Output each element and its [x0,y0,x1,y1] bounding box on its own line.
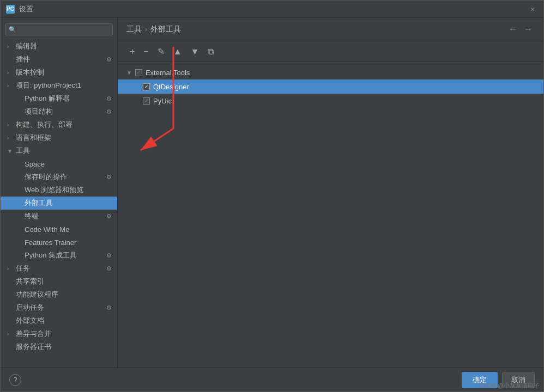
main-content: 🔍 ›编辑器插件⚙›版本控制›项目: pythonProject1Python … [1,18,543,367]
sidebar-item-project-structure[interactable]: 项目结构⚙ [1,105,117,118]
title-bar: PC 设置 × [1,1,543,18]
sidebar-item-label: 共享索引 [16,277,44,286]
sidebar-item-external-tools[interactable]: 外部工具 [1,197,117,210]
sidebar-item-save-actions[interactable]: 保存时的操作⚙ [1,170,117,183]
chevron-icon: › [7,70,14,76]
sidebar-item-label: Space [25,160,45,168]
settings-icon: ⚙ [106,56,112,63]
search-input[interactable] [19,26,109,33]
sidebar-item-label: Web 浏览器和预览 [25,185,83,195]
sidebar-item-shared-index[interactable]: 共享索引 [1,275,117,288]
sidebar-item-label: Python 集成工具 [25,250,77,260]
add-tool-button[interactable]: + [126,45,138,58]
title-bar-controls: × [527,4,538,15]
remove-tool-button[interactable]: − [140,45,152,58]
sidebar-item-label: 保存时的操作 [25,172,67,182]
tree-item-pyuic[interactable]: ✓ PyUic [118,94,543,108]
sidebar-item-label: 任务 [16,264,30,273]
settings-icon: ⚙ [106,265,112,272]
sidebar-item-server-cert[interactable]: 服务器证书 [1,340,117,353]
bottom-bar: ? 确定 取消 [1,367,543,391]
chevron-icon: ▼ [7,148,14,154]
settings-icon: ⚙ [106,95,112,102]
sidebar-item-label: Code With Me [25,225,69,234]
close-button[interactable]: × [527,4,538,15]
chevron-icon: › [7,44,14,50]
tree-root-chevron: ▼ [126,70,132,76]
sidebar-item-label: 工具 [16,146,30,156]
sidebar-item-plugins[interactable]: 插件⚙ [1,53,117,66]
sidebar: 🔍 ›编辑器插件⚙›版本控制›项目: pythonProject1Python … [1,18,118,367]
dialog-title: 设置 [19,4,527,14]
tree-root-label: External Tools [146,69,190,77]
sidebar-item-label: 启动任务 [16,303,44,313]
help-button[interactable]: ? [9,374,21,386]
breadcrumb: 工具 › 外部工具 ← → [118,18,543,41]
sidebar-item-space[interactable]: Space [1,157,117,170]
tree-qtdesigner-checkbox[interactable]: ✓ [143,83,150,90]
settings-icon: ⚙ [106,174,112,181]
move-up-button[interactable]: ▲ [170,45,185,58]
sidebar-item-diff-merge[interactable]: ›差异与合并 [1,327,117,340]
sidebar-item-external-docs[interactable]: 外部文档 [1,314,117,327]
chevron-icon: › [7,83,14,89]
breadcrumb-current: 外部工具 [150,24,181,34]
breadcrumb-sep: › [145,26,147,33]
tree-pyuic-label: PyUic [153,97,172,105]
sidebar-item-label: Features Trainer [25,238,76,247]
tree-root-item[interactable]: ▼ ✓ External Tools [118,65,543,79]
sidebar-items-container: ›编辑器插件⚙›版本控制›项目: pythonProject1Python 解释… [1,40,117,353]
watermark: CSDN @小灰灰搞电子 [479,382,540,390]
nav-forward-button[interactable]: → [522,23,535,35]
nav-back-button[interactable]: ← [506,23,519,35]
app-icon: PC [6,5,15,14]
settings-icon: ⚙ [106,304,112,311]
sidebar-item-label: Python 解释器 [25,94,70,103]
settings-icon: ⚙ [106,108,112,115]
sidebar-item-label: 终端 [25,211,39,221]
breadcrumb-nav: ← → [506,23,535,35]
sidebar-item-label: 外部工具 [25,198,53,208]
toolbar: + − ✎ ▲ ▼ ⧉ [118,41,543,62]
sidebar-item-startup-tasks[interactable]: 启动任务⚙ [1,301,117,314]
sidebar-item-tasks[interactable]: ›任务⚙ [1,262,117,275]
breadcrumb-parent: 工具 [126,24,142,34]
sidebar-item-label: 项目: pythonProject1 [16,81,81,90]
sidebar-item-label: 功能建议程序 [16,290,58,299]
sidebar-item-label: 项目结构 [25,107,53,117]
tree-area: ▼ ✓ External Tools ✓ QtDesigner ✓ PyUic [118,62,543,367]
settings-icon: ⚙ [106,252,112,259]
tree-root-checkbox[interactable]: ✓ [135,69,142,76]
sidebar-item-label: 编辑器 [16,41,37,51]
sidebar-item-build-exec[interactable]: ›构建、执行、部署 [1,118,117,131]
sidebar-item-lang-framework[interactable]: ›语言和框架 [1,131,117,144]
sidebar-item-vcs[interactable]: ›版本控制 [1,66,117,79]
sidebar-item-label: 语言和框架 [16,133,51,143]
sidebar-item-python-int-tools[interactable]: Python 集成工具⚙ [1,249,117,262]
chevron-icon: › [7,331,14,337]
sidebar-item-project[interactable]: ›项目: pythonProject1 [1,79,117,92]
edit-tool-button[interactable]: ✎ [154,45,168,58]
sidebar-item-label: 插件 [16,54,30,64]
tree-qtdesigner-label: QtDesigner [153,83,189,91]
sidebar-item-label: 差异与合并 [16,329,51,339]
sidebar-item-python-interpreter[interactable]: Python 解释器⚙ [1,92,117,105]
sidebar-item-label: 版本控制 [16,68,44,77]
sidebar-item-features-trainer[interactable]: Features Trainer [1,236,117,249]
tree-item-qtdesigner[interactable]: ✓ QtDesigner [118,79,543,94]
search-box[interactable]: 🔍 [5,23,113,35]
tree-pyuic-checkbox[interactable]: ✓ [143,97,150,105]
sidebar-item-label: 构建、执行、部署 [16,120,72,130]
sidebar-item-feature-suggest[interactable]: 功能建议程序 [1,288,117,301]
sidebar-item-editors[interactable]: ›编辑器 [1,40,117,53]
copy-tool-button[interactable]: ⧉ [204,45,217,58]
sidebar-item-tools[interactable]: ▼工具 [1,144,117,157]
sidebar-item-code-with-me[interactable]: Code With Me [1,223,117,236]
sidebar-item-web-browser[interactable]: Web 浏览器和预览 [1,183,117,197]
settings-icon: ⚙ [106,213,112,220]
chevron-icon: › [7,122,14,128]
settings-dialog: PC 设置 × 🔍 ›编辑器插件⚙›版本控制›项目: pythonProject… [0,0,544,392]
sidebar-item-label: 外部文档 [16,316,44,326]
move-down-button[interactable]: ▼ [188,45,203,58]
sidebar-item-terminal[interactable]: 终端⚙ [1,210,117,223]
